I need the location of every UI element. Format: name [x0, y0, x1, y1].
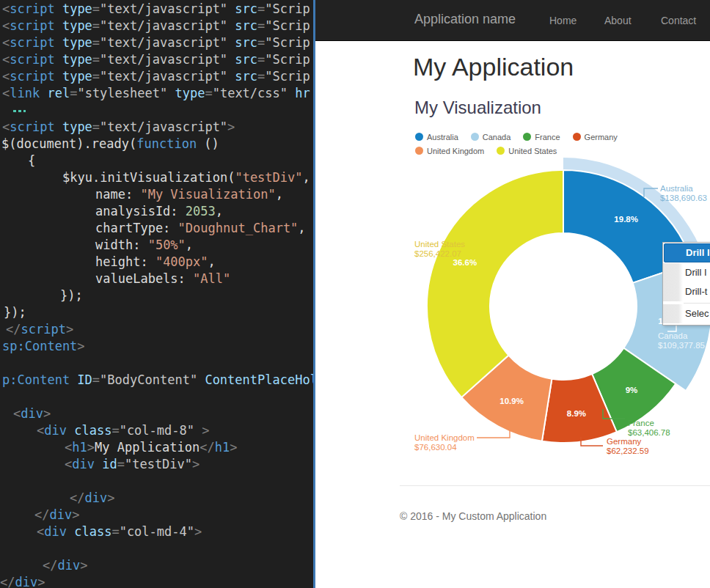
code-line — [0, 473, 313, 490]
code-line: <script type="text/javascript" src="Scri… — [0, 51, 313, 68]
code-line: <script type="text/javascript"> — [0, 119, 313, 136]
slice-value-label: $76,630.04 — [414, 443, 457, 452]
slice-value-label: $63,406.78 — [628, 428, 670, 437]
legend-item-germany[interactable]: Germany — [573, 133, 618, 142]
navbar-brand[interactable]: Application name — [414, 12, 516, 27]
slice-name-label: United States — [414, 240, 465, 249]
code-line: <div id="testDiv"> — [0, 456, 313, 473]
pct-label: 19.8% — [614, 215, 638, 224]
code-line: </div> — [0, 507, 313, 523]
pct-label: 8.9% — [567, 409, 586, 418]
legend-item-canada[interactable]: Canada — [471, 133, 511, 142]
code-line: valueLabels: "All" — [0, 271, 313, 287]
legend-dot-icon — [523, 133, 531, 141]
code-line: </div> — [0, 574, 313, 588]
slice-name-label: Canada — [658, 331, 688, 340]
code-line: <script type="text/javascript" src="Scri… — [0, 68, 313, 85]
nav-link-contact[interactable]: Contact — [661, 15, 696, 26]
code-line: <h1>My Application</h1> — [0, 439, 313, 456]
code-line: </div> — [0, 490, 313, 507]
legend-item-australia[interactable]: Australia — [415, 133, 458, 142]
code-line: <link rel="stylesheet" type="text/css" h… — [0, 85, 313, 102]
code-line: <div class="col-md-8" > — [0, 422, 313, 439]
error-squiggle-icon — [13, 110, 26, 112]
context-menu-item-1[interactable]: Drill I — [664, 243, 710, 262]
legend-dot-icon — [573, 133, 581, 141]
code-line: height: "400px", — [0, 254, 313, 271]
menu-separator — [684, 303, 710, 304]
pct-label: 10.9% — [499, 397, 524, 405]
code-line: <script type="text/javascript" src="Scri… — [0, 34, 313, 51]
code-line: name: "My Visualization", — [0, 186, 313, 203]
legend-label: Australia — [427, 133, 458, 142]
code-line: width: "50%", — [0, 237, 313, 254]
code-line: { — [0, 152, 313, 169]
legend-dot-icon — [471, 133, 479, 141]
context-menu-item-2[interactable]: Drill I — [663, 263, 710, 282]
slice-name-label: Germany — [607, 437, 642, 446]
slice-value-label: $62,232.59 — [607, 446, 649, 455]
screenshot-stage: <script type="text/javascript" src="Scri… — [0, 0, 710, 588]
code-line — [0, 355, 313, 372]
code-line: </div> — [0, 557, 313, 574]
legend-label: Germany — [585, 133, 618, 142]
pct-label: 36.6% — [453, 258, 477, 267]
code-line: p:Content ID="BodyContent" ContentPlaceH… — [0, 372, 313, 389]
code-line: $kyu.initVisualization("testDiv", — [0, 169, 313, 186]
code-line — [0, 389, 313, 405]
pct-label: 9% — [626, 386, 638, 394]
nav-link-home[interactable]: Home — [549, 15, 577, 26]
slice-value-label: $256,422.07 — [414, 249, 461, 258]
context-menu-item-3[interactable]: Drill-t — [663, 282, 710, 301]
navbar: Application name Home About Contact — [315, 0, 710, 41]
code-line: <script type="text/javascript" src="Scri… — [0, 18, 313, 34]
code-line: <div> — [0, 405, 313, 422]
code-line: }); — [0, 304, 313, 321]
slice-name-label: Australia — [660, 184, 693, 193]
legend-dot-icon — [415, 133, 423, 141]
code-line: $(document).ready(function () — [0, 136, 313, 152]
chart-title: My Visualization — [414, 98, 541, 118]
context-menu: Drill IDrill IDrill-tSelec — [662, 242, 710, 326]
slice-value-label: $109,377.85 — [658, 341, 705, 350]
slice-united-states[interactable] — [427, 170, 563, 397]
legend-item-france[interactable]: France — [523, 133, 560, 142]
code-line — [0, 102, 313, 119]
code-line: analysisId: 2053, — [0, 203, 313, 220]
footer-divider — [400, 485, 710, 486]
context-menu-item-4[interactable]: Selec — [663, 304, 710, 323]
code-line: <script type="text/javascript" src="Scri… — [0, 1, 313, 18]
code-editor[interactable]: <script type="text/javascript" src="Scri… — [0, 0, 315, 588]
slice-name-label: France — [628, 419, 654, 427]
code-line: sp:Content> — [0, 338, 313, 355]
nav-link-about[interactable]: About — [604, 15, 632, 26]
legend-label: Canada — [483, 133, 511, 142]
legend-label: France — [535, 133, 560, 142]
code-line — [0, 540, 313, 557]
code-line: }); — [0, 287, 313, 304]
footer-text: © 2016 - My Custom Application — [400, 510, 546, 522]
slice-value-label: $138,690.63 — [660, 194, 707, 202]
code-line: chartType: "Doughnut_Chart", — [0, 220, 313, 237]
slice-name-label: United Kingdom — [414, 433, 475, 442]
leader-line — [477, 430, 510, 438]
browser-viewport: Application name Home About Contact My A… — [315, 0, 710, 588]
code-line: <div class="col-md-4"> — [0, 523, 313, 540]
page-title: My Application — [413, 53, 574, 81]
code-line: </script> — [0, 321, 313, 338]
